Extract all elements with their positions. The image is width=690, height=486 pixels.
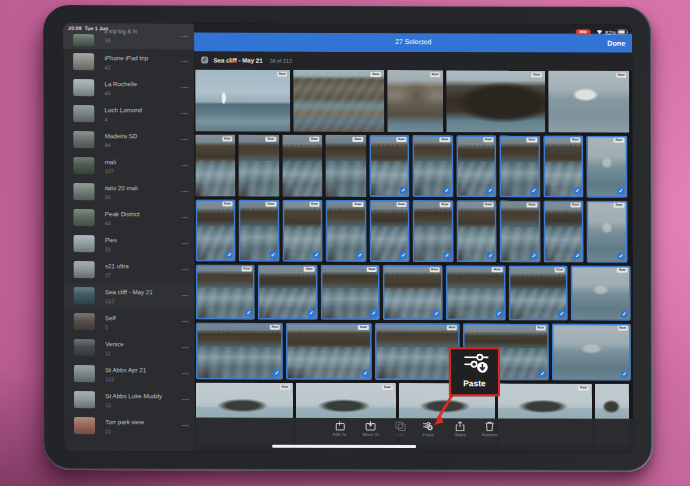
svg-text:82%: 82% bbox=[605, 29, 616, 35]
